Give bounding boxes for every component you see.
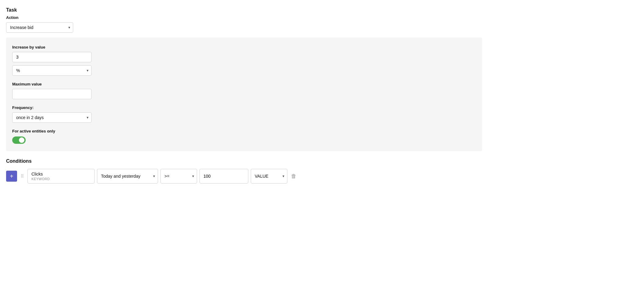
increase-by-value-label: Increase by value: [12, 45, 476, 49]
operator-select[interactable]: >= <= > < =: [160, 169, 197, 183]
value-type-select-wrapper: VALUE % ▾: [251, 169, 287, 183]
conditions-title: Conditions: [6, 158, 482, 164]
active-entities-label: For active entities only: [12, 129, 476, 133]
settings-section: Increase by value % absolute ▾ Maximum v…: [6, 38, 482, 151]
action-select[interactable]: Increase bid Decrease bid Set bid Pause …: [6, 22, 73, 33]
page-container: Task Action Increase bid Decrease bid Se…: [0, 0, 488, 191]
add-condition-button[interactable]: +: [6, 171, 17, 182]
threshold-value-input[interactable]: [200, 169, 248, 183]
delete-condition-button[interactable]: 🗑: [290, 172, 298, 181]
toggle-slider: [12, 136, 26, 144]
maximum-value-input[interactable]: [12, 89, 92, 99]
metric-name: Clicks: [31, 172, 91, 176]
increase-value-input[interactable]: [12, 52, 92, 62]
task-title: Task: [6, 7, 482, 13]
action-select-wrapper: Increase bid Decrease bid Set bid Pause …: [6, 22, 73, 33]
period-select[interactable]: Today Yesterday Today and yesterday Last…: [97, 169, 158, 183]
operator-select-wrapper: >= <= > < = ▾: [160, 169, 197, 183]
conditions-row: + ⠿ Clicks KEYWORD Today Yesterday Today…: [6, 169, 482, 183]
unit-select-wrapper: % absolute ▾: [12, 65, 92, 76]
period-select-wrapper: Today Yesterday Today and yesterday Last…: [97, 169, 158, 183]
frequency-select-wrapper: once in 1 day once in 2 days once in 3 d…: [12, 112, 92, 123]
action-label: Action: [6, 15, 482, 20]
value-type-select[interactable]: VALUE %: [251, 169, 287, 183]
unit-select[interactable]: % absolute: [12, 65, 92, 76]
maximum-value-label: Maximum value: [12, 82, 476, 86]
active-entities-toggle[interactable]: [12, 136, 26, 144]
plus-icon: +: [10, 173, 13, 180]
metric-cell: Clicks KEYWORD: [27, 169, 95, 183]
trash-icon: 🗑: [291, 173, 297, 180]
drag-handle-icon[interactable]: ⠿: [20, 174, 25, 179]
frequency-label: Frequency:: [12, 105, 476, 110]
toggle-container: [12, 136, 476, 144]
frequency-select[interactable]: once in 1 day once in 2 days once in 3 d…: [12, 112, 92, 123]
metric-sub: KEYWORD: [31, 177, 91, 181]
